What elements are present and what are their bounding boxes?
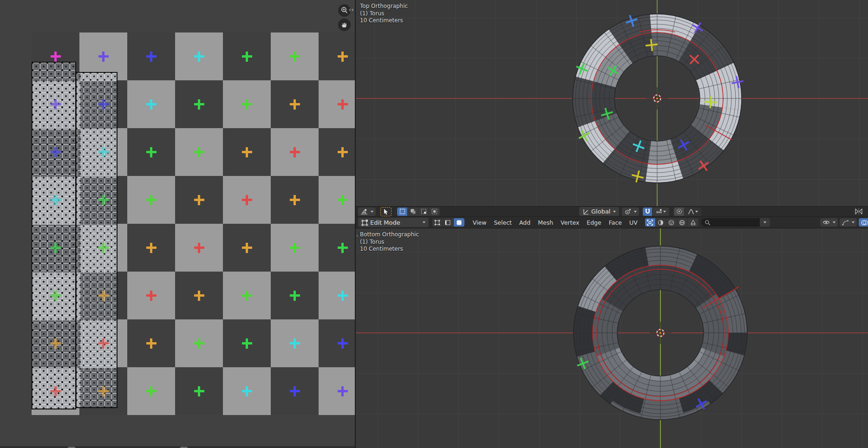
- active-tool-tweak[interactable]: [380, 207, 392, 216]
- uv-grid-plus: [194, 147, 204, 157]
- overlays-icon: [861, 220, 868, 226]
- mode-dropdown[interactable]: Edit Mode: [358, 218, 429, 227]
- uv-select-edge-button[interactable]: [408, 208, 418, 216]
- editor-type-3d-icon: [360, 208, 368, 215]
- uv-grid-plus: [290, 52, 300, 62]
- chevron-down-icon: [695, 211, 698, 213]
- uv-grid-plus: [146, 52, 157, 62]
- select-face-button[interactable]: [454, 218, 464, 227]
- uv-grid-plus: [290, 291, 300, 301]
- pivot-dropdown[interactable]: [622, 208, 639, 216]
- uv-island-2[interactable]: [76, 72, 117, 408]
- viewport-header: Edit Mode: [356, 217, 868, 228]
- header-menubar: ViewSelectAddMeshVertexEdgeFaceUV: [469, 218, 641, 227]
- pan-tool-button[interactable]: [338, 19, 351, 31]
- uv-grid-plus: [146, 147, 157, 157]
- search-icon: [705, 220, 711, 226]
- menu-add[interactable]: Add: [516, 218, 534, 227]
- uv-editor-viewport[interactable]: ‹›: [0, 0, 356, 448]
- uv-grid-plus: [338, 386, 348, 396]
- uv-display-group: [645, 218, 698, 227]
- material-sphere-button[interactable]: [666, 218, 677, 227]
- uv-grid-plus: [242, 147, 252, 157]
- chevron-down-icon: [833, 221, 835, 223]
- visibility-dropdown[interactable]: [820, 218, 838, 227]
- snap-toggle-button[interactable]: [643, 208, 653, 216]
- mesh-select-mode-group: [432, 218, 464, 227]
- uv-grid-plus: [51, 338, 61, 349]
- menu-view[interactable]: View: [469, 218, 490, 227]
- toolbar-expand-arrow[interactable]: ›: [356, 233, 358, 239]
- globe-icon: [679, 220, 685, 226]
- xray-icon: [855, 208, 863, 215]
- uv-grid-plus: [98, 291, 109, 301]
- proportional-group: [674, 208, 701, 216]
- falloff-curve-icon: [688, 209, 694, 214]
- select-vertex-button[interactable]: [432, 218, 443, 227]
- header-search[interactable]: [701, 218, 770, 227]
- uv-grid-plus: [242, 52, 252, 62]
- menu-face[interactable]: Face: [605, 218, 626, 227]
- viewport-top[interactable]: Top Orthographic (1) Torus 10 Centimeter…: [356, 0, 868, 206]
- proportional-edit-toggle[interactable]: [674, 208, 685, 216]
- search-input[interactable]: [712, 219, 757, 226]
- world-button[interactable]: [677, 218, 688, 227]
- uv-grid-plus: [51, 147, 61, 157]
- chevron-down-icon: [663, 211, 666, 213]
- torus-mesh-bottom: [563, 235, 758, 430]
- orientation-label: Global: [591, 208, 610, 215]
- chevron-down-icon: [423, 221, 425, 223]
- uv-grid-plus: [98, 386, 109, 396]
- uv-select-vertex-button[interactable]: [397, 208, 408, 216]
- xray-toggle[interactable]: [852, 208, 865, 216]
- editor-type-selector[interactable]: [358, 208, 376, 216]
- blender-window: ‹› Top Orthographic (1) Torus 10 Centime…: [0, 0, 868, 448]
- uv-header-edge: [0, 446, 356, 448]
- select-edge-button[interactable]: [443, 218, 454, 227]
- uv-grid-plus: [146, 291, 157, 301]
- uv-select-island-button[interactable]: [429, 208, 440, 216]
- uv-grid-plus: [290, 243, 300, 253]
- viewport-info-overlay: Top Orthographic (1) Torus 10 Centimeter…: [360, 3, 408, 25]
- gizmos-dropdown[interactable]: [840, 218, 857, 227]
- menu-edge[interactable]: Edge: [583, 218, 605, 227]
- chevron-down-icon: [613, 211, 616, 213]
- snap-group: [643, 208, 669, 216]
- pivot-icon: [624, 208, 631, 215]
- uv-select-mode-group: [397, 208, 440, 216]
- search-options-dropdown[interactable]: [760, 218, 770, 227]
- snap-with-dropdown[interactable]: [653, 208, 669, 216]
- uv-toolbar: Global: [356, 206, 868, 217]
- uv-grid-plus: [51, 52, 61, 62]
- uv-grid-plus: [194, 291, 204, 301]
- menu-mesh[interactable]: Mesh: [534, 218, 557, 227]
- orientation-dropdown[interactable]: Global: [579, 207, 619, 216]
- viewport-bottom[interactable]: › Bottom Orthographic (1) Torus 10 Centi…: [356, 228, 868, 448]
- uv-island-1[interactable]: [32, 62, 76, 409]
- shading-sphere-button[interactable]: [656, 218, 666, 227]
- menu-vertex[interactable]: Vertex: [557, 218, 583, 227]
- area-resize-handle[interactable]: ‹›: [349, 6, 354, 13]
- mode-label: Edit Mode: [370, 219, 400, 226]
- object-label: (1) Torus: [360, 10, 408, 18]
- uv-grid-plus: [194, 338, 204, 349]
- uv-grid-plus: [338, 291, 348, 301]
- menu-uv[interactable]: UV: [626, 218, 641, 227]
- uv-grid-plus: [290, 195, 300, 205]
- uv-grid-plus: [338, 243, 348, 253]
- gizmo-icon: [842, 220, 849, 226]
- brush-icon: [690, 220, 696, 226]
- uv-grid-plus: [146, 195, 157, 205]
- frame-select-button[interactable]: [645, 218, 656, 227]
- zoom-icon: [340, 6, 348, 14]
- uv-select-face-button[interactable]: [418, 208, 429, 216]
- uv-grid-plus: [51, 243, 61, 253]
- chevron-down-icon: [371, 211, 373, 213]
- uv-select-island-icon: [431, 208, 437, 214]
- falloff-dropdown[interactable]: [685, 208, 701, 216]
- menu-select[interactable]: Select: [490, 218, 516, 227]
- chevron-down-icon: [852, 221, 855, 223]
- annotate-button[interactable]: [688, 218, 698, 227]
- chevron-down-icon: [764, 221, 766, 223]
- overlays-toggle[interactable]: [859, 218, 868, 227]
